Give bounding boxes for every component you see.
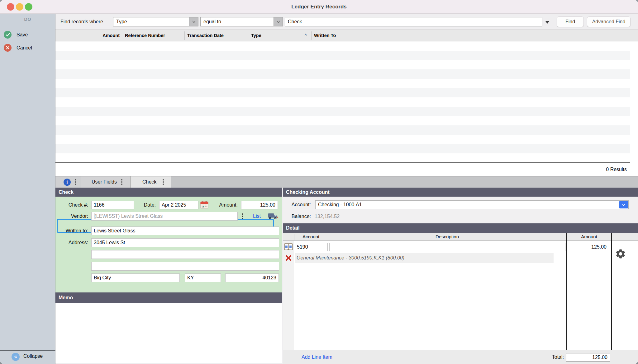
vendor-list-link[interactable]: List [253, 212, 261, 221]
save-check-icon [4, 31, 12, 39]
results-table-header: Amount Reference Number Transaction Date… [55, 30, 638, 41]
detail-column-description: Description [328, 233, 567, 240]
column-divider [122, 31, 122, 40]
detail-panel-header: Detail [283, 223, 638, 233]
line-item-account-input[interactable]: 5190 [295, 243, 328, 251]
truck-icon[interactable] [268, 212, 278, 221]
find-value-input[interactable]: Check [285, 17, 542, 26]
check-panel-header: Check [55, 188, 282, 197]
address-line3-input[interactable] [91, 262, 279, 271]
detail-footer: Add Line Item Total: 125.00 [283, 350, 638, 364]
state-input[interactable]: KY [185, 273, 221, 282]
find-field-value: Type [116, 17, 127, 26]
memo-panel-header: Memo [55, 292, 282, 303]
window-title: Ledger Entry Records [0, 0, 638, 14]
account-value: Checking - 1000.A1 [318, 202, 362, 207]
checking-account-header: Checking Account [283, 188, 638, 197]
sidebar: DO Save Cancel « Collapse [0, 14, 55, 364]
tab-options-dots-icon[interactable] [163, 179, 164, 185]
column-header-reference-number[interactable]: Reference Number [125, 30, 165, 41]
ledger-book-icon[interactable] [284, 243, 293, 252]
amount-input[interactable]: 125.00 [241, 201, 278, 209]
cancel-button[interactable]: Cancel [0, 43, 55, 53]
detail-column-headers: Account Description Amount [283, 233, 638, 241]
tab-options-dots-icon[interactable] [75, 179, 76, 185]
balance-value: 132,154.52 [315, 213, 340, 220]
find-operator-select[interactable]: equal to [200, 17, 283, 26]
results-rows-area[interactable] [55, 41, 638, 163]
results-status-bar: 0 Results [55, 163, 638, 176]
save-label: Save [17, 30, 28, 39]
cancel-x-icon [4, 44, 12, 52]
written-to-input[interactable]: Lewis Street Glass [91, 226, 279, 235]
search-history-dropdown-icon[interactable] [545, 21, 550, 24]
advanced-find-button[interactable]: Advanced Find [587, 16, 631, 27]
amount-column-left-border [566, 233, 567, 364]
total-label: Total: [526, 350, 564, 364]
city-input[interactable]: Big City [91, 273, 180, 282]
line-item-amount-value[interactable]: 125.00 [567, 243, 607, 251]
line-item-description-input[interactable] [329, 243, 565, 251]
column-header-type[interactable]: Type [251, 30, 261, 41]
row-divider [294, 263, 567, 263]
zip-input[interactable]: 40123 [225, 273, 279, 282]
title-bar: Ledger Entry Records [0, 0, 638, 14]
find-field-select[interactable]: Type [113, 17, 198, 26]
tab-check-label: Check [142, 176, 156, 188]
line-item-settings-gear-icon[interactable] [615, 248, 626, 259]
address-line1-input[interactable]: 3045 Lewis St [91, 238, 279, 247]
column-header-transaction-date[interactable]: Transaction Date [187, 30, 224, 41]
vendor-label: Vendor: [59, 212, 88, 221]
calendar-icon[interactable] [200, 200, 209, 210]
delete-line-item-icon[interactable] [284, 254, 293, 263]
balance-label: Balance: [286, 213, 311, 220]
find-button[interactable]: Find [557, 16, 584, 27]
save-button[interactable]: Save [0, 30, 55, 40]
column-header-written-to[interactable]: Written To [314, 30, 336, 41]
column-divider [248, 31, 248, 40]
date-input[interactable]: Apr 2 2025 [159, 201, 198, 209]
text-cursor [94, 213, 94, 219]
date-label: Date: [134, 201, 156, 209]
ledger-entry-window: Ledger Entry Records DO Save Cancel « Co… [0, 0, 638, 364]
column-header-amount[interactable]: Amount [55, 30, 120, 41]
account-select[interactable]: Checking - 1000.A1 [315, 200, 629, 209]
find-operator-chevron-icon[interactable] [274, 17, 283, 26]
check-number-input[interactable]: 1166 [91, 201, 134, 209]
address-label: Address: [56, 238, 88, 247]
sidebar-heading: DO [0, 17, 55, 22]
collapse-chevrons-icon: « [12, 353, 20, 361]
results-scrollbar-track[interactable] [630, 41, 638, 163]
find-toolbar: Find records where Type equal to Check F… [55, 14, 638, 30]
collapse-button[interactable]: « Collapse [0, 353, 55, 362]
column-divider [379, 31, 379, 40]
info-icon[interactable]: i [64, 179, 71, 186]
vendor-input[interactable]: (LEWISST) Lewis Street Glass [91, 212, 238, 221]
tab-user-fields[interactable]: User Fields [81, 176, 131, 188]
tab-info[interactable]: i [55, 176, 81, 188]
tab-bar: i User Fields Check [55, 176, 638, 188]
amount-label: Amount: [211, 201, 238, 209]
memo-input[interactable] [55, 303, 282, 363]
find-records-where-label: Find records where [60, 14, 103, 30]
address-line2-input[interactable] [91, 250, 279, 259]
tab-options-dots-icon[interactable] [121, 179, 122, 185]
sort-ascending-icon[interactable]: ^ [305, 30, 307, 41]
find-field-chevron-icon[interactable] [189, 17, 198, 26]
check-panel-body: Check #: 1166 Date: Apr 2 2025 [55, 197, 282, 292]
column-divider [311, 31, 312, 40]
column-divider [184, 31, 185, 40]
tab-user-fields-label: User Fields [92, 176, 117, 188]
written-to-label: Written to: [56, 226, 88, 235]
vendor-options-dots-icon[interactable] [242, 213, 243, 219]
add-line-item-link[interactable]: Add Line Item [302, 350, 332, 364]
tab-check[interactable]: Check [131, 176, 171, 188]
check-panel: Check Check #: 1166 Date: Apr 2 2025 [55, 188, 282, 364]
account-dropdown-icon[interactable] [619, 201, 628, 208]
find-operator-value: equal to [203, 17, 221, 26]
collapse-label: Collapse [23, 353, 43, 359]
row-divider [294, 252, 567, 252]
checking-account-panel: Checking Account Account: Checking - 100… [283, 188, 638, 364]
results-count: 0 Results [606, 163, 627, 176]
sidebar-divider [0, 350, 55, 351]
